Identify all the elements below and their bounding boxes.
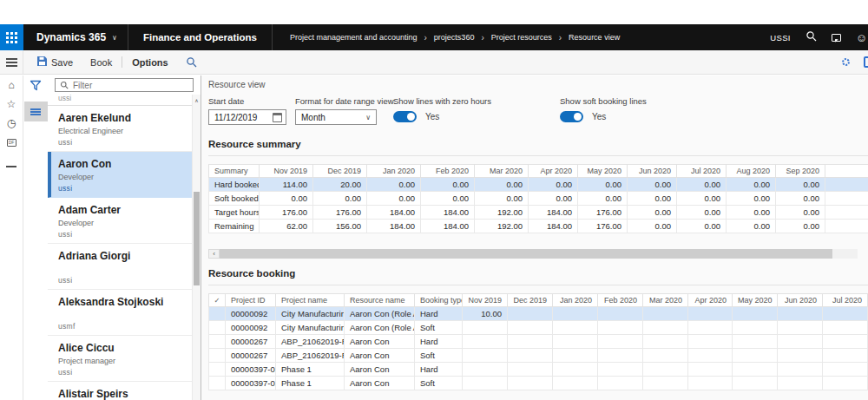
booking-hours-cell[interactable] — [778, 363, 823, 377]
column-header[interactable]: Jan 2020 — [367, 165, 421, 178]
feedback-icon[interactable] — [832, 34, 841, 42]
summary-row[interactable]: Remaining62.00156.00184.00184.00192.0018… — [209, 220, 868, 233]
column-header[interactable]: Jan 2020 — [553, 294, 598, 307]
list-item[interactable]: Adam CarterDeveloperussi — [48, 198, 201, 244]
booking-hours-cell[interactable] — [508, 307, 553, 321]
booking-hours-cell[interactable] — [553, 363, 598, 377]
booking-hours-cell[interactable] — [508, 321, 553, 335]
booking-hours-cell[interactable] — [778, 321, 823, 335]
booking-hours-cell[interactable] — [688, 307, 733, 321]
column-header[interactable]: Summary — [209, 165, 260, 178]
panel-icon[interactable] — [864, 56, 868, 68]
row-checkbox[interactable] — [209, 307, 226, 321]
column-header[interactable]: May 2020 — [578, 165, 628, 178]
column-header[interactable]: Project name — [276, 294, 345, 307]
row-checkbox[interactable] — [209, 349, 226, 363]
booking-hours-cell[interactable] — [733, 377, 778, 390]
summary-row[interactable]: Soft booked0.000.000.000.000.000.000.000… — [209, 192, 868, 206]
smiley-icon[interactable]: ☺ — [856, 32, 867, 43]
toolbar-search-icon[interactable] — [177, 50, 206, 74]
booking-hours-cell[interactable] — [778, 377, 823, 390]
booking-hours-cell[interactable] — [688, 335, 733, 349]
task-list-icon[interactable] — [0, 160, 23, 179]
breadcrumb-item[interactable]: Project management and accounting — [290, 33, 418, 42]
column-header[interactable]: May 2020 — [733, 294, 778, 307]
list-item[interactable]: Adriana Giorgiussi — [48, 244, 201, 290]
breadcrumb-item[interactable]: Resource view — [569, 33, 620, 42]
booking-hours-cell[interactable] — [688, 349, 733, 363]
booking-hours-cell[interactable] — [643, 307, 688, 321]
column-header[interactable]: Booking type — [415, 294, 463, 307]
recent-clock-icon[interactable]: ◷ — [0, 114, 23, 133]
booking-hours-cell[interactable] — [643, 363, 688, 377]
booking-hours-cell[interactable] — [553, 321, 598, 335]
booking-hours-cell[interactable] — [463, 349, 508, 363]
breadcrumb-item[interactable]: Project resources — [491, 33, 552, 42]
booking-hours-cell[interactable] — [598, 335, 643, 349]
column-header[interactable]: Mar 2020 — [475, 165, 529, 178]
options-button[interactable]: Options — [123, 50, 177, 74]
summary-row[interactable]: Hard booked114.0020.000.000.000.000.000.… — [209, 178, 868, 192]
nav-toggle-button[interactable] — [0, 50, 23, 74]
scroll-left-icon[interactable]: ‹ — [208, 249, 220, 259]
list-item[interactable]: Aleksandra Stojkoskiusmf — [48, 290, 201, 336]
booking-hours-cell[interactable]: 10.00 — [463, 307, 508, 321]
booking-row[interactable]: 00000092City ManufacturingAaron Con (Rol… — [209, 321, 868, 335]
column-header[interactable]: Jul 2020 — [677, 165, 727, 178]
booking-hours-cell[interactable] — [823, 321, 868, 335]
row-checkbox[interactable] — [209, 377, 226, 390]
booking-hours-cell[interactable] — [778, 349, 823, 363]
booking-hours-cell[interactable] — [643, 349, 688, 363]
zero-hours-toggle[interactable] — [393, 111, 417, 122]
list-item[interactable]: Alistair Speirsgbsi — [48, 382, 201, 400]
booking-hours-cell[interactable] — [733, 363, 778, 377]
booking-hours-cell[interactable] — [598, 363, 643, 377]
scroll-up-icon[interactable]: ∧ — [193, 95, 201, 105]
booking-hours-cell[interactable] — [688, 363, 733, 377]
people-scrollbar-thumb[interactable] — [194, 192, 200, 285]
column-header[interactable]: Sep 2020 — [776, 165, 825, 178]
hscroll-thumb[interactable] — [220, 249, 832, 259]
booking-row[interactable]: 00000092City ManufacturingAaron Con (Rol… — [209, 307, 868, 321]
column-header[interactable]: Feb 2020 — [598, 294, 643, 307]
booking-hours-cell[interactable] — [553, 349, 598, 363]
booking-hours-cell[interactable] — [823, 363, 868, 377]
booking-hours-cell[interactable] — [823, 307, 868, 321]
format-select[interactable]: Month ∨ — [295, 109, 377, 125]
column-header[interactable]: Jul 2020 — [823, 294, 868, 307]
column-header[interactable]: Apr 2020 — [529, 165, 578, 178]
booking-hours-cell[interactable] — [643, 321, 688, 335]
list-item[interactable]: Alice CiccuProject managerussi — [48, 336, 201, 382]
active-view-button[interactable] — [24, 102, 48, 121]
list-item[interactable]: Aaron ConDeveloperussi — [48, 152, 201, 198]
booking-hours-cell[interactable] — [733, 349, 778, 363]
column-header[interactable]: Apr 2020 — [688, 294, 733, 307]
booking-hours-cell[interactable] — [823, 377, 868, 390]
booking-hours-cell[interactable] — [508, 335, 553, 349]
column-header[interactable]: Resource name — [345, 294, 415, 307]
calendar-icon[interactable] — [273, 113, 282, 122]
favorites-star-icon[interactable]: ☆ — [0, 95, 23, 114]
company-picker[interactable]: USSI — [770, 33, 790, 43]
booking-hours-cell[interactable] — [463, 363, 508, 377]
booking-hours-cell[interactable] — [643, 377, 688, 390]
column-header[interactable]: Feb 2020 — [421, 165, 475, 178]
booking-hours-cell[interactable] — [733, 335, 778, 349]
search-icon[interactable] — [806, 30, 817, 45]
filter-input[interactable] — [73, 81, 188, 90]
booking-hours-cell[interactable] — [553, 335, 598, 349]
column-header[interactable]: Jun 2020 — [628, 165, 677, 178]
booking-row[interactable]: 00000397-01Phase 1Aaron ConHard — [209, 363, 868, 377]
booking-hours-cell[interactable] — [688, 377, 733, 390]
booking-hours-cell[interactable] — [733, 321, 778, 335]
book-button[interactable]: Book — [82, 50, 121, 74]
booking-hours-cell[interactable] — [463, 377, 508, 390]
booking-row[interactable]: 00000267ABP_21062019-RES...Aaron ConSoft — [209, 349, 868, 363]
booking-hours-cell[interactable] — [598, 307, 643, 321]
row-checkbox[interactable] — [209, 335, 226, 349]
column-header[interactable]: Nov 2019 — [260, 165, 313, 178]
column-header[interactable]: Dec 2019 — [508, 294, 553, 307]
booking-hours-cell[interactable] — [598, 321, 643, 335]
soft-lines-toggle[interactable] — [560, 111, 583, 122]
hscroll-track[interactable] — [220, 249, 858, 259]
